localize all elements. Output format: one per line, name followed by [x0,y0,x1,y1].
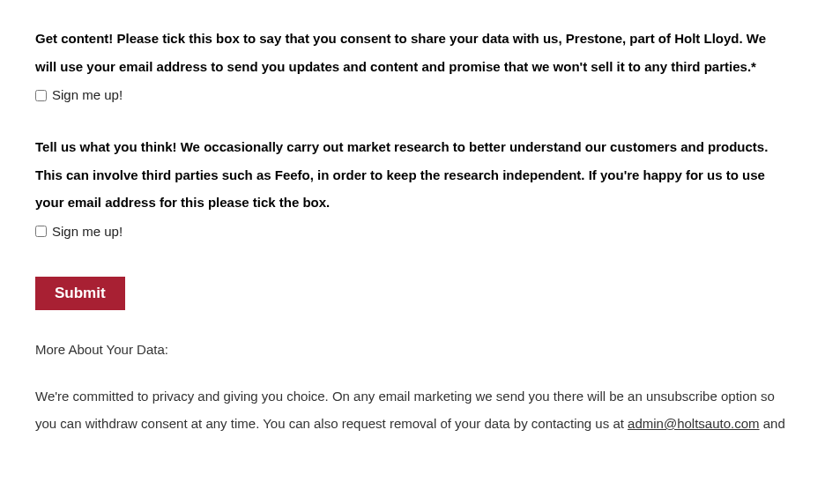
more-about-body: We're committed to privacy and giving yo… [35,382,790,438]
consent-research-text: Tell us what you think! We occasionally … [35,133,790,217]
consent-research-checkbox-label: Sign me up! [52,219,123,245]
consent-content-text: Get content! Please tick this box to say… [35,25,790,80]
admin-email-link[interactable]: admin@holtsauto.com [628,416,759,431]
consent-research-checkbox[interactable] [35,226,47,237]
submit-button[interactable]: Submit [35,277,125,310]
consent-block-content: Get content! Please tick this box to say… [35,25,790,108]
consent-content-checkbox-label: Sign me up! [52,82,123,108]
consent-block-research: Tell us what you think! We occasionally … [35,133,790,245]
consent-content-checkbox-row: Sign me up! [35,82,790,108]
consent-research-checkbox-row: Sign me up! [35,219,790,245]
more-about-title: More About Your Data: [35,337,790,363]
consent-content-checkbox[interactable] [35,90,47,101]
more-body-after: and [760,416,785,431]
